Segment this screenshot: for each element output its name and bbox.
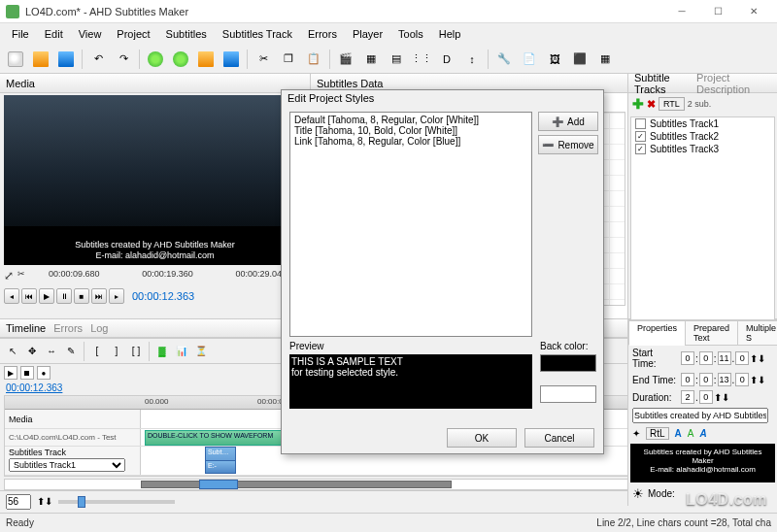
minimize-button[interactable]: ─	[664, 2, 699, 21]
stop-button[interactable]: ■	[74, 288, 89, 304]
next-button[interactable]: ▸	[109, 288, 124, 304]
close-button[interactable]: ✕	[736, 2, 771, 21]
tool2-button[interactable]: ▤	[385, 48, 408, 71]
menu-help[interactable]: Help	[431, 25, 469, 43]
undo-button[interactable]: ↶	[86, 48, 110, 71]
tl-play-icon[interactable]: ▶	[4, 366, 17, 380]
tl-select-icon[interactable]: ↖	[4, 343, 21, 360]
tool9-button[interactable]: ⬛	[568, 48, 591, 71]
zoom-slider[interactable]	[58, 500, 175, 504]
add-button[interactable]: ➕Add	[538, 112, 598, 131]
menu-project[interactable]: Project	[109, 25, 157, 43]
list-item[interactable]: ✓Subtitles Track3	[631, 143, 774, 155]
cut-button[interactable]: ✂	[252, 48, 275, 71]
list-item[interactable]: Subtitles Track1	[631, 117, 774, 130]
redo-button[interactable]: ↷	[112, 48, 135, 71]
checkbox-icon[interactable]: ✓	[635, 144, 646, 154]
tl-pencil-icon[interactable]: ✎	[62, 343, 80, 360]
menu-errors[interactable]: Errors	[300, 25, 345, 43]
slider-thumb[interactable]	[78, 496, 85, 508]
tab-subtitle-tracks[interactable]: Subtitle Tracks	[634, 72, 693, 95]
tl-bracket2-icon[interactable]: [ ]	[127, 343, 145, 360]
checkbox-icon[interactable]: ✓	[635, 131, 646, 142]
add-track-icon[interactable]: ✚	[632, 96, 644, 112]
tl-timer-icon[interactable]: ⏳	[192, 343, 210, 360]
font-a2-icon[interactable]: A	[688, 428, 694, 439]
save-button[interactable]	[54, 48, 78, 71]
start-time-input[interactable]: ::.⬆⬇	[681, 351, 765, 365]
font-a-icon[interactable]: A	[675, 428, 682, 439]
list-item[interactable]: Link [Tahoma, 8, Regular, Color [Blue]]	[292, 136, 529, 147]
menu-file[interactable]: File	[4, 25, 37, 43]
tool6-button[interactable]: 🔧	[492, 48, 516, 71]
video-preview[interactable]: Subtitles created by AHD Subtitles Maker…	[4, 95, 307, 265]
styles-listbox[interactable]: Default [Tahoma, 8, Regular, Color [Whit…	[289, 112, 532, 337]
add-green-button[interactable]	[144, 48, 167, 71]
font-italic-icon[interactable]: A	[699, 428, 706, 439]
save2-button[interactable]	[220, 48, 243, 71]
add-green2-button[interactable]	[169, 48, 192, 71]
tool10-button[interactable]: ▦	[593, 48, 617, 71]
subtrack-select[interactable]: Subtitles Track1	[9, 458, 125, 472]
rewind-button[interactable]: ⏮	[21, 288, 37, 304]
tl-move-icon[interactable]: ↔	[43, 343, 60, 360]
menu-edit[interactable]: Edit	[37, 25, 71, 43]
menu-player[interactable]: Player	[345, 25, 390, 43]
prev-button[interactable]: ◂	[4, 288, 19, 304]
pause-button[interactable]: ⏸	[56, 288, 72, 304]
ok-button[interactable]: OK	[447, 428, 517, 448]
subtitle-clip2[interactable]: E:-	[205, 460, 236, 474]
tool5-button[interactable]: ↕	[460, 48, 484, 71]
tab-multiple[interactable]: Multiple S	[737, 320, 777, 346]
tl-bracket-l-icon[interactable]: [	[88, 343, 106, 360]
menu-tools[interactable]: Tools	[390, 25, 431, 43]
tl-chart-icon[interactable]: 📊	[173, 343, 190, 360]
backcolor-swatch-black[interactable]	[540, 354, 596, 372]
backcolor-swatch-white[interactable]	[540, 385, 596, 403]
tl-record-icon[interactable]: ●	[37, 366, 51, 380]
list-item[interactable]: ✓Subtitles Track2	[631, 130, 774, 143]
rtl-button[interactable]: RtL	[646, 427, 669, 440]
tab-prepared-text[interactable]: Prepared Text	[685, 320, 738, 346]
remove-button[interactable]: ➖Remove	[538, 135, 598, 154]
overview-marker[interactable]	[199, 480, 238, 489]
menu-subtitles[interactable]: Subtitles	[158, 25, 215, 43]
tab-project-description[interactable]: Project Description	[696, 72, 771, 95]
new-button[interactable]	[4, 48, 27, 71]
track-list[interactable]: Subtitles Track1 ✓Subtitles Track2 ✓Subt…	[630, 116, 775, 330]
menu-subtitles-track[interactable]: Subtitles Track	[215, 25, 300, 43]
tl-wave-icon[interactable]: ▓	[153, 343, 171, 360]
tl-stop-icon[interactable]: ⏹	[20, 366, 34, 380]
cancel-button[interactable]: Cancel	[524, 428, 594, 448]
play-button[interactable]: ▶	[39, 288, 54, 304]
tab-errors-panel[interactable]: Errors	[53, 322, 83, 334]
list-item[interactable]: Default [Tahoma, 8, Regular, Color [Whit…	[292, 115, 529, 125]
subtitle-text-input[interactable]	[632, 408, 768, 423]
end-time-input[interactable]: ::.⬆⬇	[681, 373, 765, 386]
props-tool-icon[interactable]: ✦	[632, 428, 640, 439]
overview-range[interactable]	[141, 481, 452, 488]
tab-log-panel[interactable]: Log	[90, 322, 108, 334]
zoom-input[interactable]	[6, 494, 31, 510]
tool7-button[interactable]: 📄	[518, 48, 541, 71]
tab-timeline-panel[interactable]: Timeline	[6, 322, 46, 334]
tool1-button[interactable]: ▦	[359, 48, 383, 71]
media-button[interactable]: 🎬	[334, 48, 357, 71]
open-button[interactable]	[29, 48, 52, 71]
folder-button[interactable]	[194, 48, 218, 71]
tl-bracket-r-icon[interactable]: ]	[108, 343, 125, 360]
timeline-position-link[interactable]: 00:00:12.363	[6, 382, 62, 393]
rtl-toggle[interactable]: RTL	[659, 97, 685, 111]
tl-cursor-icon[interactable]: ✥	[23, 343, 41, 360]
tool3-button[interactable]: ⋮⋮	[410, 48, 433, 71]
tool4-button[interactable]: D	[435, 48, 458, 71]
delete-track-icon[interactable]: ✖	[647, 98, 656, 111]
maximize-button[interactable]: ☐	[700, 2, 735, 21]
copy-button[interactable]: ❐	[277, 48, 300, 71]
checkbox-icon[interactable]	[635, 118, 646, 129]
forward-button[interactable]: ⏭	[91, 288, 107, 304]
tab-properties[interactable]: Properties	[628, 320, 686, 346]
duration-input[interactable]: .⬆⬇	[681, 390, 729, 404]
tool8-button[interactable]: 🖼	[543, 48, 566, 71]
menu-view[interactable]: View	[71, 25, 110, 43]
